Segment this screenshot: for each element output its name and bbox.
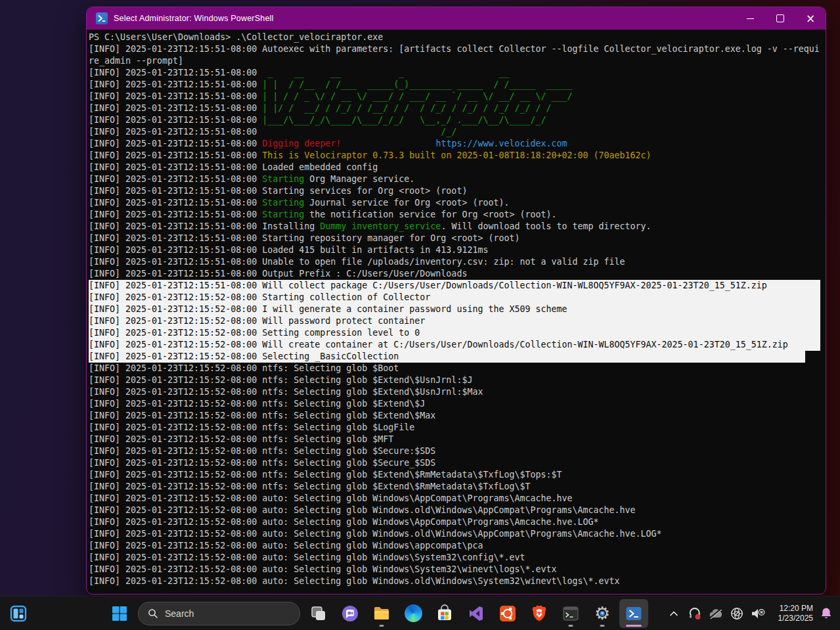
terminal-line: [INFO] 2025-01-23T12:15:52-08:00 auto: S…	[89, 540, 825, 552]
terminal-line: [INFO] 2025-01-23T12:15:52-08:00 Selecti…	[89, 351, 805, 363]
terminal-line: [INFO] 2025-01-23T12:15:51-08:00 | |/ / …	[89, 102, 825, 114]
terminal-line: [INFO] 2025-01-23T12:15:51-08:00 Startin…	[89, 197, 825, 209]
file-explorer-running-indicator	[380, 625, 384, 627]
visual-studio-icon	[467, 604, 485, 623]
chat-button[interactable]	[336, 599, 365, 628]
search-input[interactable]: Search	[138, 602, 300, 625]
terminal-line: [INFO] 2025-01-23T12:15:52-08:00 ntfs: S…	[89, 469, 825, 481]
chat-icon	[341, 604, 359, 623]
terminal-line: [INFO] 2025-01-23T12:15:51-08:00 | | / /…	[89, 79, 825, 91]
terminal-line: [INFO] 2025-01-23T12:15:52-08:00 auto: S…	[89, 505, 825, 516]
desktop: Select Administrator: Windows PowerShell…	[0, 0, 840, 630]
edge-button[interactable]	[399, 599, 428, 628]
powershell-window-icon	[96, 12, 108, 24]
terminal-line: [INFO] 2025-01-23T12:15:52-08:00 ntfs: S…	[89, 445, 825, 457]
onedrive-paused-tray-icon[interactable]	[705, 599, 726, 628]
volume-muted-tray-icon[interactable]	[747, 599, 768, 628]
terminal-line: [INFO] 2025-01-23T12:15:52-08:00 ntfs: S…	[89, 422, 825, 434]
start-button[interactable]	[105, 599, 134, 628]
task-view-icon	[309, 604, 328, 623]
no-internet-globe-tray-icon[interactable]	[726, 599, 747, 628]
window-titlebar[interactable]: Select Administrator: Windows PowerShell…	[87, 7, 826, 30]
terminal-line: [INFO] 2025-01-23T12:15:52-08:00 ntfs: S…	[89, 386, 825, 398]
brave-icon	[530, 604, 548, 623]
search-placeholder: Search	[165, 608, 194, 619]
terminal-line: [INFO] 2025-01-23T12:15:51-08:00 Will co…	[89, 280, 820, 292]
visual-studio-button[interactable]	[462, 599, 491, 628]
terminal-line: [INFO] 2025-01-23T12:15:52-08:00 ntfs: S…	[89, 457, 825, 469]
microsoft-store-button[interactable]	[430, 599, 459, 628]
search-icon	[148, 608, 158, 619]
terminal-output[interactable]: PS C:\Users\User\Downloads> .\Collector_…	[87, 30, 825, 593]
sync-pending-tray-icon[interactable]	[684, 599, 705, 628]
brave-button[interactable]	[525, 599, 554, 628]
powershell-active-indicator	[626, 625, 642, 627]
microsoft-store-icon	[435, 604, 454, 623]
clock[interactable]: 12:20 PM 1/23/2025	[768, 599, 816, 628]
maximize-button[interactable]	[765, 7, 795, 30]
powershell-taskbar-button[interactable]	[619, 599, 648, 628]
globe-no-internet-icon	[730, 606, 744, 621]
terminal-line: [INFO] 2025-01-23T12:15:51-08:00 /_/	[89, 126, 825, 138]
minimize-button[interactable]	[735, 7, 765, 30]
windows-start-icon	[110, 604, 129, 623]
cloud-slash-icon	[708, 607, 724, 620]
clock-date: 1/23/2025	[768, 614, 813, 623]
terminal-line: [INFO] 2025-01-23T12:15:51-08:00 Startin…	[89, 233, 825, 244]
settings-running-indicator	[600, 625, 605, 627]
taskbar: Search	[0, 596, 840, 630]
terminal-line: [INFO] 2025-01-23T12:15:51-08:00 Startin…	[89, 209, 825, 221]
terminal-line: [INFO] 2025-01-23T12:15:51-08:00 Autoexe…	[89, 43, 825, 55]
terminal-line: [INFO] 2025-01-23T12:15:52-08:00 auto: S…	[89, 516, 825, 528]
terminal-icon	[562, 604, 580, 623]
clock-time: 12:20 PM	[768, 604, 813, 614]
terminal-line: [INFO] 2025-01-23T12:15:51-08:00 |___/\_…	[89, 114, 825, 126]
settings-gear-icon: ⚙	[592, 604, 612, 623]
widgets-icon	[9, 604, 28, 623]
terminal-line: [INFO] 2025-01-23T12:15:52-08:00 ntfs: S…	[89, 410, 825, 422]
edge-icon	[405, 604, 422, 622]
terminal-line: [INFO] 2025-01-23T12:15:52-08:00 auto: S…	[89, 493, 825, 505]
terminal-line: [INFO] 2025-01-23T12:15:51-08:00 Install…	[89, 221, 825, 233]
powershell-window: Select Administrator: Windows PowerShell…	[86, 7, 826, 595]
file-explorer-button[interactable]	[367, 599, 396, 628]
terminal-line: [INFO] 2025-01-23T12:15:52-08:00 auto: S…	[89, 528, 825, 540]
notification-bell-icon	[819, 606, 833, 621]
terminal-line: [INFO] 2025-01-23T12:15:51-08:00 Startin…	[89, 185, 825, 197]
settings-button[interactable]: ⚙	[588, 599, 617, 628]
close-button[interactable]: ×	[795, 7, 826, 30]
terminal-line: re_admin --prompt]	[89, 55, 825, 67]
terminal-line: [INFO] 2025-01-23T12:15:51-08:00 Startin…	[89, 173, 825, 185]
chevron-up-icon	[669, 610, 678, 618]
powershell-icon	[625, 604, 643, 623]
ubuntu-button[interactable]	[493, 599, 522, 628]
ubuntu-icon	[498, 604, 517, 623]
terminal-line: [INFO] 2025-01-23T12:15:52-08:00 auto: S…	[89, 552, 825, 564]
terminal-line: [INFO] 2025-01-23T12:15:51-08:00 | | / /…	[89, 91, 825, 102]
sync-arrows-icon	[688, 606, 702, 621]
terminal-line: [INFO] 2025-01-23T12:15:51-08:00 Loaded …	[89, 162, 825, 173]
terminal-line: [INFO] 2025-01-23T12:15:52-08:00 ntfs: S…	[89, 374, 825, 386]
terminal-line: [INFO] 2025-01-23T12:15:51-08:00 Loaded …	[89, 244, 825, 256]
task-view-button[interactable]	[304, 599, 333, 628]
speaker-mute-icon	[750, 607, 766, 620]
file-explorer-icon	[372, 604, 391, 623]
terminal-line: [INFO] 2025-01-23T12:15:52-08:00 Setting…	[89, 327, 820, 339]
terminal-line: [INFO] 2025-01-23T12:15:52-08:00 ntfs: S…	[89, 398, 825, 410]
terminal-button[interactable]	[556, 599, 585, 628]
hidden-icons-chevron[interactable]	[663, 599, 684, 628]
terminal-running-indicator	[569, 625, 573, 627]
terminal-line: [INFO] 2025-01-23T12:15:52-08:00 auto: S…	[89, 564, 825, 575]
terminal-line: [INFO] 2025-01-23T12:15:51-08:00 _ __ __…	[89, 67, 825, 79]
widgets-button[interactable]	[4, 599, 33, 628]
terminal-line: [INFO] 2025-01-23T12:15:52-08:00 ntfs: S…	[89, 363, 825, 374]
terminal-line: [INFO] 2025-01-23T12:15:52-08:00 ntfs: S…	[89, 434, 825, 445]
terminal-line: [INFO] 2025-01-23T12:15:51-08:00 Digging…	[89, 138, 825, 150]
terminal-line: [INFO] 2025-01-23T12:15:51-08:00 This is…	[89, 150, 825, 162]
terminal-line: [INFO] 2025-01-23T12:15:52-08:00 ntfs: S…	[89, 481, 825, 493]
notification-bell-button[interactable]	[816, 599, 837, 628]
terminal-line: [INFO] 2025-01-23T12:15:52-08:00 Startin…	[89, 292, 820, 304]
terminal-line: [INFO] 2025-01-23T12:15:52-08:00 Will cr…	[89, 339, 820, 351]
terminal-line: [INFO] 2025-01-23T12:15:52-08:00 I will …	[89, 304, 820, 315]
terminal-line: [INFO] 2025-01-23T12:15:52-08:00 auto: S…	[89, 575, 825, 587]
